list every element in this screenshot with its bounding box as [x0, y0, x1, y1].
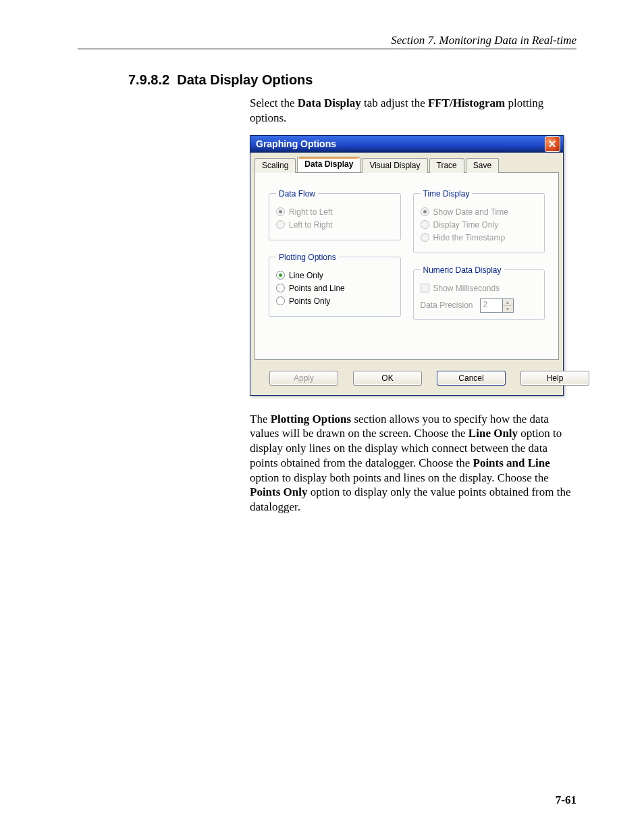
opt-label: Line Only — [289, 271, 323, 280]
opt-label: Show Milliseconds — [433, 284, 500, 293]
precision-label: Data Precision — [421, 301, 473, 310]
opt-label: Points and Line — [289, 284, 345, 293]
data-flow-legend: Data Flow — [276, 189, 318, 199]
text: option to display both points and lines … — [250, 471, 549, 484]
graphing-options-dialog: Graphing Options Scaling Data Display Vi… — [250, 135, 564, 396]
opt-display-time-only: Display Time Only — [421, 220, 538, 230]
precision-spinner[interactable]: 2 ▲ ▼ — [480, 298, 514, 313]
apply-button: Apply — [269, 371, 338, 386]
right-column: Time Display Show Date and Time Display … — [413, 189, 545, 332]
opt-line-only[interactable]: Line Only — [276, 271, 394, 280]
dialog-title: Graphing Options — [256, 138, 336, 149]
text-bold: Line Only — [468, 427, 518, 440]
section-number: 7.9.8.2 — [128, 72, 169, 87]
spinner-down-icon[interactable]: ▼ — [503, 306, 513, 312]
checkbox-icon — [421, 284, 429, 292]
page-number: 7-61 — [556, 793, 576, 807]
tab-save[interactable]: Save — [466, 158, 499, 173]
opt-show-date-time: Show Date and Time — [421, 207, 538, 217]
time-display-legend: Time Display — [421, 189, 473, 199]
dialog-titlebar[interactable]: Graphing Options — [250, 136, 563, 153]
cancel-button[interactable]: Cancel — [437, 371, 506, 386]
section-title: Data Display Options — [177, 72, 313, 87]
text-bold: FFT/Histogram — [428, 97, 505, 109]
tab-data-display[interactable]: Data Display — [297, 157, 360, 172]
opt-hide-timestamp: Hide the Timestamp — [421, 233, 538, 242]
opt-label: Show Date and Time — [433, 207, 508, 217]
precision-value: 2 — [481, 299, 502, 312]
explain-paragraph: The Plotting Options section allows you … — [250, 412, 576, 515]
text: tab adjust the — [361, 97, 428, 109]
text: Select the — [250, 97, 298, 109]
tab-trace[interactable]: Trace — [429, 158, 464, 173]
left-column: Data Flow Right to Left Left to Right Pl… — [269, 189, 401, 332]
radio-icon — [421, 233, 429, 242]
text-bold: Plotting Options — [271, 413, 352, 425]
opt-label: Hide the Timestamp — [433, 233, 506, 242]
radio-icon — [276, 296, 285, 305]
time-display-group: Time Display Show Date and Time Display … — [413, 189, 545, 253]
section-heading: 7.9.8.2 Data Display Options — [128, 72, 576, 88]
opt-points-and-line[interactable]: Points and Line — [276, 284, 394, 293]
radio-icon — [276, 220, 285, 229]
text-bold: Points Only — [250, 486, 308, 498]
opt-label: Right to Left — [289, 207, 333, 217]
radio-icon — [276, 284, 285, 292]
close-icon[interactable] — [545, 136, 560, 152]
spinner-up-icon[interactable]: ▲ — [503, 299, 513, 306]
numeric-data-display-legend: Numeric Data Display — [421, 265, 504, 275]
numeric-data-display-group: Numeric Data Display Show Milliseconds D… — [413, 265, 545, 320]
text: The — [250, 413, 271, 425]
radio-icon — [421, 207, 429, 216]
intro-paragraph: Select the Data Display tab adjust the F… — [250, 96, 576, 126]
opt-label: Points Only — [289, 296, 330, 306]
opt-points-only[interactable]: Points Only — [276, 296, 394, 306]
running-header: Section 7. Monitoring Data in Real-time — [78, 34, 576, 47]
text-bold: Points and Line — [473, 457, 550, 469]
ok-button[interactable]: OK — [353, 371, 422, 386]
tab-scaling[interactable]: Scaling — [254, 158, 296, 173]
data-flow-group: Data Flow Right to Left Left to Right — [269, 189, 401, 240]
opt-right-to-left: Right to Left — [276, 207, 394, 217]
header-rule — [78, 49, 576, 49]
opt-show-milliseconds: Show Milliseconds — [421, 284, 538, 293]
tab-visual-display[interactable]: Visual Display — [362, 158, 427, 173]
opt-label: Left to Right — [289, 220, 333, 230]
plotting-options-group: Plotting Options Line Only Points and Li… — [269, 253, 401, 317]
opt-label: Display Time Only — [433, 220, 499, 230]
plotting-options-legend: Plotting Options — [276, 253, 339, 262]
tab-strip: Scaling Data Display Visual Display Trac… — [250, 153, 563, 172]
spinner-buttons[interactable]: ▲ ▼ — [502, 299, 513, 312]
tab-body: Data Flow Right to Left Left to Right Pl… — [254, 172, 559, 360]
radio-icon — [276, 207, 285, 216]
data-precision-row: Data Precision 2 ▲ ▼ — [421, 298, 538, 313]
help-button[interactable]: Help — [520, 371, 589, 386]
dialog-button-row: Apply OK Cancel Help — [250, 364, 563, 395]
text-bold: Data Display — [298, 97, 361, 109]
radio-icon — [276, 271, 285, 280]
opt-left-to-right: Left to Right — [276, 220, 394, 230]
radio-icon — [421, 220, 429, 229]
